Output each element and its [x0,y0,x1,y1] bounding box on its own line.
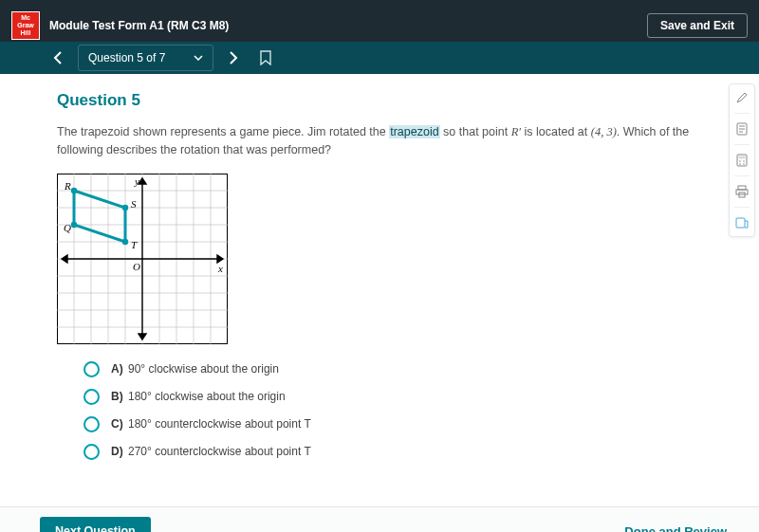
svg-point-42 [739,160,741,162]
radio-icon [83,361,100,377]
svg-point-28 [122,239,128,245]
choice-d[interactable]: D) 270° counterclockwise about point T [83,444,691,460]
question-navbar: Question 5 of 7 [0,42,759,74]
chevron-down-icon [194,55,203,61]
radio-icon [83,416,100,432]
print-tool-icon[interactable] [734,184,750,199]
choice-b[interactable]: B) 180° clockwise about the origin [83,389,691,405]
svg-text:S: S [131,198,137,210]
footer-bar: Next Question Done and Review [0,506,759,532]
reference-tool-icon[interactable] [734,215,750,230]
radio-icon [83,444,100,460]
app-header: Mc Graw Hill Module Test Form A1 (RM C3 … [0,9,759,42]
answer-choices: A) 90° clockwise about the origin B) 180… [83,361,691,460]
svg-text:y: y [134,175,139,187]
question-prompt: The trapezoid shown represents a game pi… [57,123,691,160]
brand-block: Mc Graw Hill Module Test Form A1 (RM C3 … [11,11,229,40]
question-number-heading: Question 5 [57,91,691,110]
choice-a[interactable]: A) 90° clockwise about the origin [83,361,691,377]
svg-rect-49 [736,218,745,228]
radio-icon [83,389,100,405]
prev-question-button[interactable] [46,46,70,70]
svg-point-26 [71,188,77,193]
next-question-nav-button[interactable] [221,46,246,70]
svg-point-29 [71,222,77,228]
module-title: Module Test Form A1 (RM C3 M8) [49,19,229,32]
mcgraw-hill-logo: Mc Graw Hill [11,11,40,40]
window-top-strip [0,0,759,9]
bookmark-icon [260,50,271,65]
highlighter-tool-icon[interactable] [734,90,750,105]
coordinate-graph: R S T Q O x y [57,174,691,344]
tool-rail [729,83,755,237]
save-and-exit-button[interactable]: Save and Exit [647,13,748,38]
choice-c[interactable]: C) 180° counterclockwise about point T [83,416,691,432]
svg-rect-41 [739,156,746,159]
svg-point-45 [743,163,745,165]
svg-point-43 [743,160,745,162]
origin-label: O [133,261,140,272]
svg-point-27 [122,205,128,211]
bookmark-button[interactable] [253,46,278,70]
svg-text:R: R [64,180,71,192]
svg-rect-46 [738,186,746,190]
chevron-left-icon [53,51,63,64]
svg-point-44 [739,163,741,165]
svg-text:T: T [131,239,138,250]
svg-text:x: x [217,263,223,274]
calculator-tool-icon[interactable] [734,153,750,168]
notes-tool-icon[interactable] [734,121,750,137]
question-selector[interactable]: Question 5 of 7 [78,45,213,71]
next-question-button[interactable]: Next Question [40,517,151,532]
highlighted-term: trapezoid [389,125,439,138]
question-content: Question 5 The trapezoid shown represent… [0,74,729,499]
chevron-right-icon [229,51,238,64]
svg-text:Q: Q [64,222,71,233]
done-and-review-link[interactable]: Done and Review [624,524,727,533]
